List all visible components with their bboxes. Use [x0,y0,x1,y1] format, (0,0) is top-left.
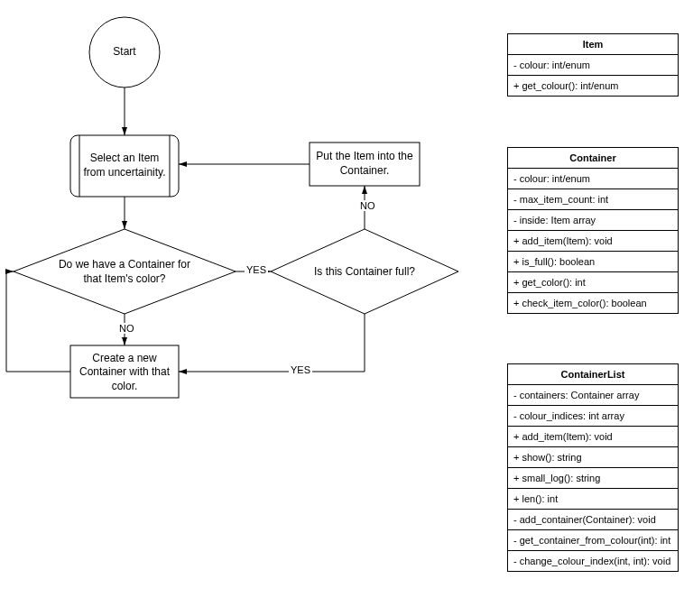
svg-point-0 [89,17,160,87]
class-method: + add_item(Item): void [508,231,678,252]
svg-rect-7 [70,345,179,398]
class-method: - change_colour_index(int, int): void [508,551,678,571]
class-method: + len(): int [508,489,678,510]
class-method: - get_container_from_colour(int): int [508,530,678,551]
class-methods: + get_colour(): int/enum [508,76,678,96]
svg-rect-6 [310,143,420,186]
class-title: ContainerList [508,364,678,385]
uml-class-containerlist: ContainerList - containers: Container ar… [507,363,679,572]
flowchart-canvas [0,0,505,616]
svg-marker-4 [14,229,236,314]
class-method: - add_container(Container): void [508,510,678,530]
class-attr: - containers: Container array [508,385,678,406]
class-attributes: - colour: int/enum - max_item_count: int… [508,169,678,231]
class-attr: - max_item_count: int [508,189,678,210]
edge-yes-2: YES [289,364,312,375]
uml-class-container: Container - colour: int/enum - max_item_… [507,147,679,314]
edge-no-2: NO [358,200,377,211]
edge-yes-1: YES [245,264,268,275]
class-title: Container [508,148,678,169]
class-method: + small_log(): string [508,468,678,489]
class-attr: - colour: int/enum [508,55,678,75]
class-method: + get_colour(): int/enum [508,76,678,96]
uml-class-item: Item - colour: int/enum + get_colour(): … [507,33,679,97]
class-method: + is_full(): boolean [508,252,678,272]
class-method: + add_item(Item): void [508,427,678,447]
class-method: + show(): string [508,447,678,468]
class-method: + get_color(): int [508,272,678,293]
class-attr: - inside: Item array [508,210,678,230]
class-attributes: - containers: Container array - colour_i… [508,385,678,427]
svg-marker-5 [271,229,458,314]
edge-no-1: NO [117,323,136,334]
class-method: + check_item_color(): boolean [508,293,678,313]
class-attr: - colour_indices: int array [508,406,678,426]
class-methods: + add_item(Item): void + show(): string … [508,427,678,571]
class-methods: + add_item(Item): void + is_full(): bool… [508,231,678,313]
class-attr: - colour: int/enum [508,169,678,189]
class-attributes: - colour: int/enum [508,55,678,76]
svg-rect-1 [70,135,179,197]
class-title: Item [508,34,678,55]
